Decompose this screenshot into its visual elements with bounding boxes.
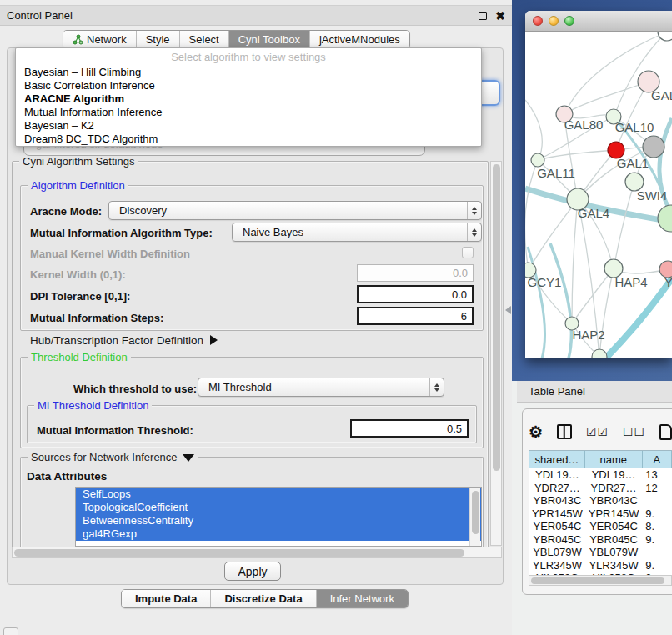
combo-spinner-icon xyxy=(429,378,444,396)
table-cell: 9. xyxy=(642,559,672,572)
table-row[interactable]: YBR045CYBR045C9. xyxy=(529,533,672,547)
tab-network[interactable]: Network xyxy=(63,31,136,48)
zoom-window-icon[interactable] xyxy=(564,16,574,26)
network-window-titlebar xyxy=(525,11,672,32)
dpi-tolerance-input[interactable]: 0.0 xyxy=(357,285,474,303)
mi-threshold-label: Mutual Information Threshold: xyxy=(37,424,193,437)
table-row[interactable]: YDL19…YDL19…13 xyxy=(529,468,672,482)
table-horizontal-scrollbar[interactable] xyxy=(529,575,672,586)
node-label: HAP2 xyxy=(572,328,604,342)
mi-threshold-input[interactable]: 0.5 xyxy=(350,419,469,438)
control-panel-title: Control Panel xyxy=(7,9,73,22)
mi-steps-value: 6 xyxy=(461,310,467,322)
table-row[interactable]: YBL079WYBL079W xyxy=(529,546,672,559)
float-panel-icon[interactable] xyxy=(479,12,487,20)
algorithm-option[interactable]: Mutual Information Inference xyxy=(16,106,481,119)
network-node[interactable] xyxy=(643,136,664,158)
algorithm-option[interactable]: ARACNE Algorithm xyxy=(16,92,481,106)
table-cell xyxy=(642,494,672,508)
which-threshold-select[interactable]: MI Threshold xyxy=(198,378,444,397)
network-graph: GALGAL80GAL10GAL1GAL11GAL4SWI4GCY1HAP4YH… xyxy=(525,32,672,358)
tab-style[interactable]: Style xyxy=(136,31,179,48)
tab-infer-network[interactable]: Infer Network xyxy=(316,590,408,608)
column-header[interactable]: shared… xyxy=(529,451,585,468)
kernel-width-input[interactable]: 0.0 xyxy=(357,264,474,282)
kernel-width-value: 0.0 xyxy=(453,267,468,279)
attributes-scrollbar[interactable] xyxy=(469,488,480,547)
dpi-tolerance-label: DPI Tolerance [0,1]: xyxy=(30,290,130,302)
tab-select[interactable]: Select xyxy=(179,31,228,48)
which-threshold-label: Which threshold to use: xyxy=(73,382,197,395)
deselect-all-icon[interactable]: ☐☐ xyxy=(623,425,645,438)
select-all-icon[interactable]: ☑☑ xyxy=(586,425,609,438)
mi-algorithm-type-value: Naive Bayes xyxy=(243,226,303,238)
tab-discretize-data[interactable]: Discretize Data xyxy=(210,590,315,608)
mi-algorithm-type-select[interactable]: Naive Bayes xyxy=(232,222,482,242)
columns-icon[interactable] xyxy=(557,424,572,439)
scrollbar-thumb[interactable] xyxy=(493,164,500,471)
mi-algorithm-type-label: Mutual Information Algorithm Type: xyxy=(30,227,213,239)
aracne-mode-value: Discovery xyxy=(119,204,167,217)
column-header[interactable]: name xyxy=(585,451,643,468)
hub-definition-label: Hub/Transcription Factor Definition xyxy=(30,334,203,347)
control-panel-titlebar: Control Panel ✖ xyxy=(0,5,512,26)
network-edge[interactable] xyxy=(529,199,578,270)
algorithm-option[interactable]: Bayesian – Hill Climbing xyxy=(16,66,481,79)
splitter-collapse-icon[interactable] xyxy=(505,306,511,314)
hub-definition-expander[interactable]: Hub/Transcription Factor Definition xyxy=(30,334,218,347)
algorithm-option[interactable]: Dream8 DC_TDC Algorithm xyxy=(16,132,481,146)
attribute-item[interactable]: SelfLoops xyxy=(76,488,481,501)
settings-horizontal-scrollbar[interactable] xyxy=(12,547,502,558)
scrollbar-thumb[interactable] xyxy=(14,549,464,557)
table-row[interactable]: YDR27…YDR27…12 xyxy=(529,482,672,495)
network-edge[interactable] xyxy=(614,182,634,268)
document-icon[interactable] xyxy=(659,424,672,440)
table-row[interactable]: YBR043CYBR043C xyxy=(529,494,672,508)
node-attribute-table: shared…nameA YDL19…YDL19…13YDR27…YDR27…1… xyxy=(529,450,672,575)
network-edge[interactable] xyxy=(538,150,616,160)
network-edge[interactable] xyxy=(572,268,614,323)
network-canvas[interactable]: GALGAL80GAL10GAL1GAL11GAL4SWI4GCY1HAP4YH… xyxy=(525,32,672,358)
aracne-mode-select[interactable]: Discovery xyxy=(108,201,482,220)
table-row[interactable]: YER054CYER054C8. xyxy=(529,520,672,533)
apply-button[interactable]: Apply xyxy=(224,562,281,581)
close-panel-icon[interactable]: ✖ xyxy=(495,12,505,20)
algorithm-option[interactable]: Basic Correlation Inference xyxy=(16,79,481,92)
scrollbar-thumb[interactable] xyxy=(472,491,479,534)
scrollbar-thumb[interactable] xyxy=(531,578,664,584)
table-cell: YDL19… xyxy=(529,468,585,482)
sources-group-title[interactable]: Sources for Network Inference xyxy=(28,451,198,463)
table-row[interactable]: YPR145WYPR145W9. xyxy=(529,508,672,521)
attribute-item[interactable]: BetweennessCentrality xyxy=(76,514,481,528)
algorithm-dropdown-placeholder: Select algorithm to view settings xyxy=(16,48,481,66)
network-edge[interactable] xyxy=(605,278,672,358)
table-cell: YPR145W xyxy=(529,508,585,521)
node-label: GAL10 xyxy=(615,120,654,134)
network-edge[interactable] xyxy=(599,268,614,357)
tab-impute-data[interactable]: Impute Data xyxy=(122,590,210,608)
network-node-gal11[interactable] xyxy=(531,153,544,167)
minimize-window-icon[interactable] xyxy=(549,16,559,26)
collapse-arrow-icon xyxy=(183,454,194,462)
mi-steps-input[interactable]: 6 xyxy=(357,307,474,325)
collapsed-panel-icon[interactable] xyxy=(3,628,18,635)
network-edge[interactable] xyxy=(525,160,538,270)
close-window-icon[interactable] xyxy=(533,16,543,26)
table-cell: YBR043C xyxy=(585,494,643,508)
data-attributes-list[interactable]: SelfLoopsTopologicalCoefficientBetweenne… xyxy=(75,487,482,547)
network-edge[interactable] xyxy=(525,100,542,159)
tab-jactivemnodules[interactable]: jActiveMNodules xyxy=(309,31,409,48)
manual-kernel-width-checkbox[interactable] xyxy=(462,247,474,258)
network-edge[interactable] xyxy=(550,243,571,358)
column-header[interactable]: A xyxy=(643,451,672,468)
network-edge[interactable] xyxy=(564,82,649,114)
settings-vertical-scrollbar[interactable] xyxy=(490,161,502,546)
tab-cyni-toolbox[interactable]: Cyni Toolbox xyxy=(228,31,309,48)
gear-icon[interactable]: ⚙ xyxy=(529,424,543,440)
algorithm-option[interactable]: Bayesian – K2 xyxy=(16,119,481,132)
network-node[interactable] xyxy=(592,349,607,358)
attribute-item[interactable]: TopologicalCoefficient xyxy=(76,501,481,514)
attribute-item[interactable]: gal4RGexp xyxy=(76,528,481,541)
table-row[interactable]: YLR345WYLR345W9. xyxy=(529,559,672,572)
network-node[interactable] xyxy=(658,205,672,232)
